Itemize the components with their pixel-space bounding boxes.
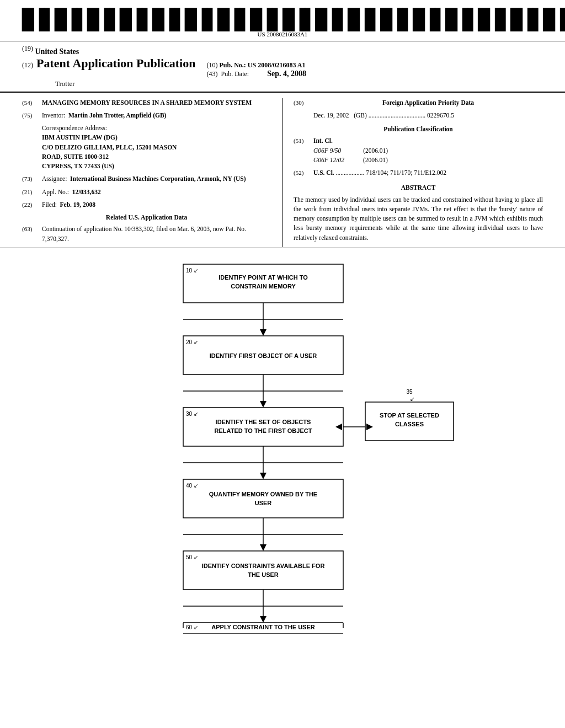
step40-label-1: QUANTIFY MEMORY OWNED BY THE bbox=[209, 491, 317, 497]
corr-line3: ROAD, SUITE 1000-312 bbox=[42, 152, 177, 162]
corr-line2: C/O DELIZIO GILLIAM, PLLC, 15201 MASON bbox=[42, 143, 177, 152]
step10-label-2: CONSTRAIN MEMORY bbox=[231, 283, 296, 290]
corr-line4: CYPRESS, TX 77433 (US) bbox=[42, 162, 177, 171]
related-title: Related U.S. Application Data bbox=[22, 213, 271, 222]
field22-num: (22) bbox=[22, 200, 42, 210]
step50-label-2: THE USER bbox=[248, 571, 279, 578]
field73-label: Assignee: bbox=[42, 175, 67, 182]
field-52: (52) U.S. Cl. .................. 718/104… bbox=[294, 168, 543, 178]
field51-content: Int. Cl. G06F 9/50 (2006.01) G06F 12/02 … bbox=[313, 136, 543, 165]
patent-app-line: (12) Patent Application Publication (10)… bbox=[22, 56, 543, 78]
arrowhead-30-40 bbox=[260, 473, 266, 479]
field-21: (21) Appl. No.: 12/033,632 bbox=[22, 188, 271, 197]
field52-value: 718/104; 711/170; 711/E12.002 bbox=[366, 169, 446, 176]
corr-line1: IBM AUSTIN IPLAW (DG) bbox=[42, 133, 177, 142]
step60-label: APPLY CONSTRAINT TO THE USER bbox=[211, 624, 315, 630]
abstract-section: ABSTRACT The memory used by individual u… bbox=[294, 183, 543, 243]
step35-id: 35 bbox=[406, 389, 413, 395]
pub-date-value: Sep. 4, 2008 bbox=[267, 69, 306, 78]
field21-value: 12/033,632 bbox=[72, 189, 101, 195]
right-column: (30) Foreign Application Priority Data D… bbox=[282, 98, 543, 247]
field21-content: Appl. No.: 12/033,632 bbox=[42, 188, 271, 197]
pub-no-label: Pub. No.: bbox=[219, 61, 246, 69]
foreign-date: Dec. 19, 2002 bbox=[313, 112, 349, 119]
step35-curve: ↙ bbox=[410, 396, 414, 402]
step60-id: 60 ↙ bbox=[186, 624, 198, 630]
field73-content: Assignee: International Business Machine… bbox=[42, 174, 271, 184]
ipc1-row: G06F 9/50 (2006.01) bbox=[313, 146, 543, 156]
arrowhead-50-60 bbox=[260, 616, 266, 623]
step40-label-2: USER bbox=[255, 500, 272, 506]
step20-label: IDENTIFY FIRST OBJECT OF A USER bbox=[210, 352, 317, 359]
field75-content: Inventor: Martin John Trotter, Ampfield … bbox=[42, 111, 271, 120]
field52-label: U.S. Cl. bbox=[313, 169, 334, 176]
step35-label-1: STOP AT SELECTED bbox=[380, 412, 439, 419]
field51-num: (51) bbox=[294, 136, 313, 165]
step35-label-2: CLASSES bbox=[395, 421, 424, 427]
step30-id: 30 ↙ bbox=[186, 411, 198, 417]
field-54: (54) MANAGING MEMORY RESOURCES IN A SHAR… bbox=[22, 98, 271, 108]
arrowhead-40-50 bbox=[260, 544, 266, 551]
step30-label-1: IDENTIFY THE SET OF OBJECTS bbox=[216, 419, 311, 425]
step40-box bbox=[183, 479, 343, 518]
ipc1-class: G06F 9/50 bbox=[313, 146, 341, 156]
step50-label-1: IDENTIFY CONSTRAINTS AVAILABLE FOR bbox=[202, 563, 325, 569]
pub-class-title: Publication Classification bbox=[294, 125, 543, 134]
step50-id: 50 ↙ bbox=[186, 554, 198, 560]
field73-value: International Business Machines Corporat… bbox=[70, 175, 246, 182]
field52-dots: .................. bbox=[336, 169, 366, 176]
flow-diagram: 10 ↙ IDENTIFY POINT AT WHICH TO CONSTRAI… bbox=[95, 259, 470, 634]
ipc2-date: (2006.01) bbox=[363, 156, 388, 165]
field73-num: (73) bbox=[22, 174, 42, 184]
field22-label: Filed: bbox=[42, 201, 57, 208]
field30-num: (30) bbox=[294, 98, 313, 108]
abstract-title: ABSTRACT bbox=[294, 183, 543, 192]
arrowhead-20-30 bbox=[260, 401, 266, 408]
field22-value: Feb. 19, 2008 bbox=[60, 201, 96, 208]
ipc2-row: G06F 12/02 (2006.01) bbox=[313, 156, 543, 165]
field21-num: (21) bbox=[22, 188, 42, 197]
field75-num: (75) bbox=[22, 111, 42, 120]
header: █▐▌█▐▌█▐▌█▐▌█▐▌█▐▌█▐▌█▐▌█▐▌█▐▌█▐▌█▐▌█▐▌█… bbox=[0, 0, 565, 41]
field63-num: (63) bbox=[22, 224, 42, 244]
foreign-data: Dec. 19, 2002 (GB) .....................… bbox=[313, 111, 543, 120]
country-name: United States bbox=[35, 47, 79, 56]
correspondence-label: Correspondence Address: bbox=[42, 124, 177, 133]
main-content: (54) MANAGING MEMORY RESOURCES IN A SHAR… bbox=[0, 92, 565, 247]
title-block: (19) United States (12) Patent Applicati… bbox=[0, 41, 565, 88]
foreign-number: 0229670.5 bbox=[427, 112, 454, 119]
field63-value: Continuation of application No. 10/383,3… bbox=[42, 224, 271, 244]
foreign-country: (GB) bbox=[354, 112, 367, 119]
barcode: █▐▌█▐▌█▐▌█▐▌█▐▌█▐▌█▐▌█▐▌█▐▌█▐▌█▐▌█▐▌█▐▌█… bbox=[22, 10, 543, 30]
field-22: (22) Filed: Feb. 19, 2008 bbox=[22, 200, 271, 210]
step50-box bbox=[183, 551, 343, 590]
pub-no-value: US 2008/0216083 A1 bbox=[248, 61, 306, 69]
field75-label: Inventor: bbox=[42, 112, 65, 119]
inventor-name: Trotter bbox=[55, 79, 75, 88]
field-51: (51) Int. Cl. G06F 9/50 (2006.01) G06F 1… bbox=[294, 136, 543, 165]
country-line: (19) United States bbox=[22, 45, 543, 56]
field-73: (73) Assignee: International Business Ma… bbox=[22, 174, 271, 184]
field54-label: MANAGING MEMORY RESOURCES IN A SHARED ME… bbox=[42, 98, 271, 108]
field-75: (75) Inventor: Martin John Trotter, Ampf… bbox=[22, 111, 271, 120]
abstract-text: The memory used by individual users can … bbox=[294, 195, 543, 243]
foreign-dots: .................................... bbox=[369, 112, 426, 119]
correspondence-content: Correspondence Address: IBM AUSTIN IPLAW… bbox=[42, 124, 177, 171]
inventor-line: Trotter bbox=[22, 79, 543, 88]
field-30: (30) Foreign Application Priority Data bbox=[294, 98, 543, 108]
patent-app-left: (12) Patent Application Publication bbox=[22, 56, 195, 71]
step30-box bbox=[183, 408, 343, 446]
pub-date-num: (43) bbox=[206, 70, 217, 78]
arrowhead-10-20 bbox=[260, 329, 266, 336]
app-num: (12) bbox=[22, 61, 33, 69]
patent-app-right: (10) Pub. No.: US 2008/0216083 A1 (43) P… bbox=[206, 61, 306, 78]
correspondence: Correspondence Address: IBM AUSTIN IPLAW… bbox=[42, 124, 271, 171]
step40-id: 40 ↙ bbox=[186, 483, 198, 489]
pub-date-label: Pub. Date: bbox=[221, 70, 249, 78]
field-63: (63) Continuation of application No. 10/… bbox=[22, 224, 271, 244]
field22-content: Filed: Feb. 19, 2008 bbox=[42, 200, 271, 210]
step10-label-1: IDENTIFY POINT AT WHICH TO bbox=[218, 274, 308, 281]
field51-label: Int. Cl. bbox=[313, 137, 333, 144]
field52-content: U.S. Cl. .................. 718/104; 711… bbox=[313, 168, 543, 178]
step20-id: 20 ↙ bbox=[186, 339, 198, 345]
